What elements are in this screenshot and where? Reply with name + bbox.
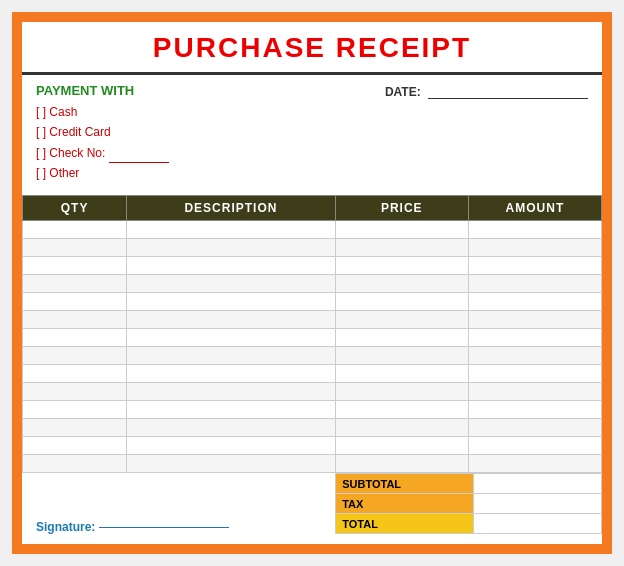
table-cell[interactable] — [468, 437, 601, 455]
tax-label: TAX — [336, 494, 474, 514]
title-bar: PURCHASE RECEIPT — [22, 22, 602, 75]
table-cell[interactable] — [23, 347, 127, 365]
col-header-qty: QTY — [23, 196, 127, 221]
table-cell[interactable] — [335, 275, 468, 293]
table-cell[interactable] — [23, 311, 127, 329]
table-cell[interactable] — [127, 293, 335, 311]
table-cell[interactable] — [468, 401, 601, 419]
table-cell[interactable] — [127, 329, 335, 347]
table-row — [23, 347, 602, 365]
payment-label: PAYMENT WITH — [36, 83, 169, 98]
date-label: DATE: — [385, 85, 421, 99]
table-cell[interactable] — [335, 455, 468, 473]
table-cell[interactable] — [23, 221, 127, 239]
table-cell[interactable] — [335, 419, 468, 437]
table-cell[interactable] — [127, 239, 335, 257]
table-cell[interactable] — [23, 419, 127, 437]
col-header-price: PRICE — [335, 196, 468, 221]
table-cell[interactable] — [335, 293, 468, 311]
table-cell[interactable] — [23, 257, 127, 275]
option-other: [ ] Other — [36, 163, 169, 183]
subtotal-value[interactable] — [474, 474, 602, 494]
table-cell[interactable] — [23, 365, 127, 383]
table-row — [23, 293, 602, 311]
col-header-amount: AMOUNT — [468, 196, 601, 221]
table-row — [23, 437, 602, 455]
table-cell[interactable] — [335, 239, 468, 257]
table-cell[interactable] — [468, 293, 601, 311]
table-cell[interactable] — [23, 401, 127, 419]
tax-value[interactable] — [474, 494, 602, 514]
table-row — [23, 221, 602, 239]
total-value[interactable] — [474, 514, 602, 534]
table-cell[interactable] — [127, 275, 335, 293]
table-cell[interactable] — [335, 401, 468, 419]
table-cell[interactable] — [23, 329, 127, 347]
table-cell[interactable] — [127, 437, 335, 455]
table-cell[interactable] — [468, 275, 601, 293]
subtotal-label: SUBTOTAL — [336, 474, 474, 494]
table-cell[interactable] — [335, 311, 468, 329]
table-cell[interactable] — [127, 221, 335, 239]
table-cell[interactable] — [127, 401, 335, 419]
table-cell[interactable] — [335, 365, 468, 383]
table-row — [23, 257, 602, 275]
summary-table: SUBTOTAL TAX TOTAL — [335, 473, 602, 534]
table-cell[interactable] — [468, 329, 601, 347]
option-credit-card: [ ] Credit Card — [36, 122, 169, 142]
date-section: DATE: — [385, 83, 588, 99]
table-cell[interactable] — [127, 419, 335, 437]
table-cell[interactable] — [127, 383, 335, 401]
table-cell[interactable] — [468, 347, 601, 365]
page-title: PURCHASE RECEIPT — [22, 32, 602, 64]
table-cell[interactable] — [127, 311, 335, 329]
table-row — [23, 455, 602, 473]
table-row — [23, 329, 602, 347]
table-cell[interactable] — [468, 257, 601, 275]
table-cell[interactable] — [468, 239, 601, 257]
check-line[interactable] — [109, 162, 169, 163]
table-row — [23, 239, 602, 257]
table-cell[interactable] — [468, 455, 601, 473]
table-row — [23, 401, 602, 419]
bottom-area: Signature: SUBTOTAL TAX TOTAL — [22, 473, 602, 544]
table-row — [23, 419, 602, 437]
payment-section: PAYMENT WITH [ ] Cash [ ] Credit Card [ … — [22, 75, 602, 188]
total-label: TOTAL — [336, 514, 474, 534]
table-cell[interactable] — [335, 383, 468, 401]
table-cell[interactable] — [335, 221, 468, 239]
table-cell[interactable] — [335, 347, 468, 365]
table-cell[interactable] — [23, 383, 127, 401]
table-cell[interactable] — [335, 437, 468, 455]
table-cell[interactable] — [127, 365, 335, 383]
table-cell[interactable] — [127, 455, 335, 473]
table-cell[interactable] — [23, 455, 127, 473]
table-cell[interactable] — [23, 437, 127, 455]
outer-border: PURCHASE RECEIPT PAYMENT WITH [ ] Cash [… — [12, 12, 612, 555]
summary-section: SUBTOTAL TAX TOTAL — [335, 473, 602, 534]
table-cell[interactable] — [23, 239, 127, 257]
total-row: TOTAL — [336, 514, 602, 534]
table-cell[interactable] — [335, 329, 468, 347]
table-cell[interactable] — [468, 221, 601, 239]
signature-area: Signature: — [22, 512, 335, 534]
receipt-table: QTY DESCRIPTION PRICE AMOUNT — [22, 195, 602, 473]
table-row — [23, 383, 602, 401]
table-cell[interactable] — [468, 311, 601, 329]
table-cell[interactable] — [468, 365, 601, 383]
option-check-no: [ ] Check No: — [36, 143, 169, 163]
table-cell[interactable] — [468, 419, 601, 437]
signature-underline[interactable] — [99, 527, 229, 528]
table-cell[interactable] — [468, 383, 601, 401]
tax-row: TAX — [336, 494, 602, 514]
table-cell[interactable] — [127, 347, 335, 365]
table-cell[interactable] — [335, 257, 468, 275]
table-cell[interactable] — [23, 275, 127, 293]
subtotal-row: SUBTOTAL — [336, 474, 602, 494]
table-cell[interactable] — [23, 293, 127, 311]
table-cell[interactable] — [127, 257, 335, 275]
signature-label: Signature: — [36, 520, 95, 534]
table-row — [23, 365, 602, 383]
date-input-line[interactable] — [428, 98, 588, 99]
signature-line: Signature: — [36, 520, 321, 534]
